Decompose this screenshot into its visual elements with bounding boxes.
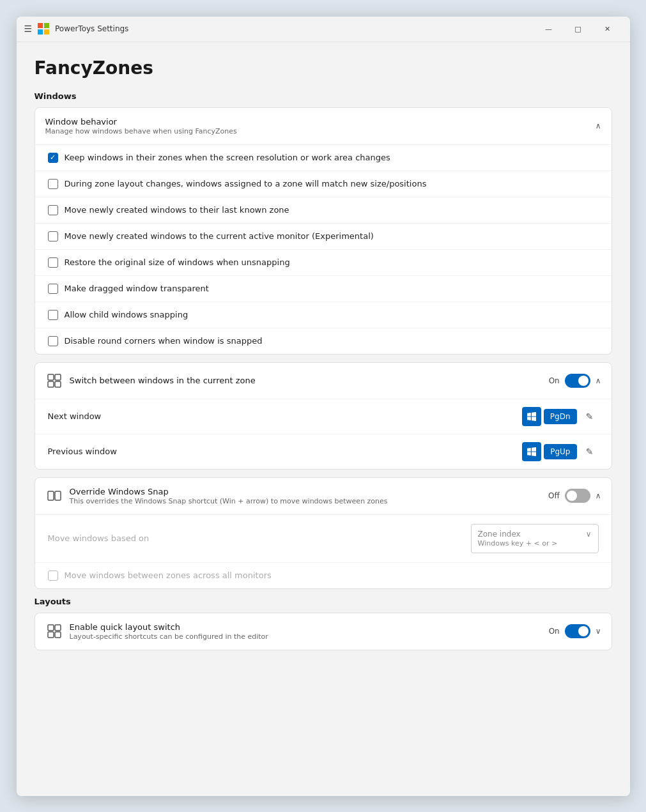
switch-zone-title: Switch between windows in the current zo… (70, 376, 256, 385)
layouts-section: Layouts Enable quick l (35, 597, 612, 650)
checkbox-4-label: Move newly created windows to the curren… (65, 231, 374, 241)
svg-rect-7 (55, 381, 61, 387)
move-based-row: Move windows based on Zone index ∨ Windo… (35, 514, 611, 562)
checkbox-row-2: During zone layout changes, windows assi… (35, 171, 611, 197)
titlebar: ☰ PowerToys Settings — □ ✕ (17, 17, 630, 42)
next-window-edit-button[interactable]: ✎ (581, 408, 599, 425)
minimize-button[interactable]: — (534, 19, 564, 39)
svg-rect-3 (44, 29, 49, 34)
svg-rect-5 (55, 374, 61, 380)
override-snap-chevron[interactable]: ∧ (596, 491, 601, 500)
quick-layout-text: Enable quick layout switch Layout-specif… (70, 622, 268, 641)
override-snap-icon (45, 487, 63, 505)
dropdown-sub-text: Windows key + < or > (478, 539, 592, 548)
move-based-label: Move windows based on (48, 533, 150, 543)
maximize-button[interactable]: □ (564, 19, 593, 39)
svg-rect-8 (48, 491, 54, 500)
checkbox-3-label: Move newly created windows to their last… (65, 205, 289, 215)
svg-rect-6 (48, 381, 54, 387)
override-snap-card: Override Windows Snap This overrides the… (35, 477, 612, 589)
prev-window-row: Previous window PgUp ✎ (35, 434, 611, 469)
svg-rect-11 (55, 625, 61, 631)
checkbox-3[interactable] (48, 205, 58, 215)
window-behavior-header[interactable]: Window behavior Manage how windows behav… (35, 108, 611, 144)
override-snap-right: Off ∧ (548, 489, 601, 503)
quick-layout-chevron[interactable]: ∨ (596, 627, 601, 636)
quick-layout-toggle-thumb (578, 626, 588, 636)
quick-layout-toggle-label: On (549, 627, 560, 636)
checkbox-2-label: During zone layout changes, windows assi… (65, 179, 427, 188)
svg-rect-2 (38, 29, 43, 34)
next-window-label: Next window (48, 411, 102, 421)
prev-window-keys: PgUp (522, 442, 576, 461)
checkbox-row-5: Restore the original size of windows whe… (35, 249, 611, 275)
move-all-monitors-label: Move windows between zones across all mo… (65, 571, 272, 580)
main-content: FancyZones Windows Window behavior Manag… (17, 42, 630, 796)
pgdn-key-badge: PgDn (544, 409, 577, 424)
override-snap-toggle[interactable] (565, 489, 590, 503)
next-window-keys: PgDn (522, 407, 577, 426)
prev-window-controls: PgUp ✎ (522, 442, 598, 461)
checkbox-8[interactable] (48, 336, 58, 346)
quick-layout-icon (45, 622, 63, 640)
checkbox-row-4: Move newly created windows to the curren… (35, 223, 611, 249)
checkbox-8-label: Disable round corners when window is sna… (65, 336, 263, 346)
quick-layout-header[interactable]: Enable quick layout switch Layout-specif… (35, 613, 611, 650)
checkbox-6-label: Make dragged window transparent (65, 284, 209, 293)
card-title: Window behavior (45, 117, 237, 126)
override-snap-header-left: Override Windows Snap This overrides the… (45, 487, 388, 505)
checkbox-1[interactable] (48, 153, 58, 163)
checkbox-6[interactable] (48, 284, 58, 294)
override-snap-toggle-label: Off (548, 491, 560, 500)
menu-icon[interactable]: ☰ (24, 24, 33, 34)
checkbox-row-8: Disable round corners when window is sna… (35, 328, 611, 354)
checkbox-row-1: Keep windows in their zones when the scr… (35, 144, 611, 171)
svg-rect-13 (55, 632, 61, 638)
checkbox-1-label: Keep windows in their zones when the scr… (65, 153, 390, 162)
window-behavior-card: Window behavior Manage how windows behav… (35, 107, 612, 355)
pgup-key-badge: PgUp (544, 444, 576, 459)
quick-layout-card: Enable quick layout switch Layout-specif… (35, 613, 612, 650)
switch-zone-chevron[interactable]: ∧ (596, 376, 601, 385)
switch-zone-toggle-label: On (549, 376, 560, 385)
dropdown-chevron-icon: ∨ (586, 530, 592, 539)
switch-header-left: Switch between windows in the current zo… (45, 372, 256, 390)
dropdown-top-row: Zone index ∨ (478, 530, 592, 539)
move-all-monitors-row: Move windows between zones across all mo… (35, 562, 611, 588)
windows-section-label: Windows (35, 91, 612, 101)
checkbox-7[interactable] (48, 310, 58, 320)
header-right: ∧ (596, 121, 601, 130)
switch-zone-icon (45, 372, 63, 390)
svg-rect-4 (48, 374, 54, 380)
quick-layout-title: Enable quick layout switch (70, 622, 268, 632)
quick-layout-toggle[interactable] (565, 624, 590, 638)
header-left: Window behavior Manage how windows behav… (45, 117, 237, 135)
svg-rect-1 (44, 23, 49, 28)
checkbox-2[interactable] (48, 179, 58, 189)
switch-zone-header[interactable]: Switch between windows in the current zo… (35, 363, 611, 399)
checkbox-5[interactable] (48, 257, 58, 268)
svg-rect-0 (38, 23, 43, 28)
layouts-section-label: Layouts (35, 597, 612, 606)
switch-zone-toggle[interactable] (565, 374, 590, 388)
checkbox-row-7: Allow child windows snapping (35, 302, 611, 328)
header-text: Window behavior Manage how windows behav… (45, 117, 237, 135)
switch-zone-right: On ∧ (549, 374, 601, 388)
zone-index-dropdown[interactable]: Zone index ∨ Windows key + < or > (471, 524, 599, 553)
app-window: ☰ PowerToys Settings — □ ✕ FancyZones Wi… (17, 17, 630, 796)
window-controls: — □ ✕ (534, 19, 622, 39)
close-button[interactable]: ✕ (593, 19, 622, 39)
chevron-up-icon[interactable]: ∧ (596, 121, 601, 130)
override-snap-subtitle: This overrides the Windows Snap shortcut… (70, 497, 388, 505)
checkbox-4[interactable] (48, 231, 58, 241)
override-snap-header[interactable]: Override Windows Snap This overrides the… (35, 478, 611, 514)
prev-window-edit-button[interactable]: ✎ (581, 443, 599, 461)
switch-zone-card: Switch between windows in the current zo… (35, 362, 612, 470)
override-snap-thumb (567, 491, 577, 501)
override-snap-text: Override Windows Snap This overrides the… (70, 487, 388, 505)
switch-zone-text: Switch between windows in the current zo… (70, 376, 256, 385)
dropdown-main-text: Zone index (478, 530, 521, 539)
win-key-badge-next (522, 407, 541, 426)
quick-layout-subtitle: Layout-specific shortcuts can be configu… (70, 632, 268, 641)
page-title: FancyZones (35, 57, 612, 79)
